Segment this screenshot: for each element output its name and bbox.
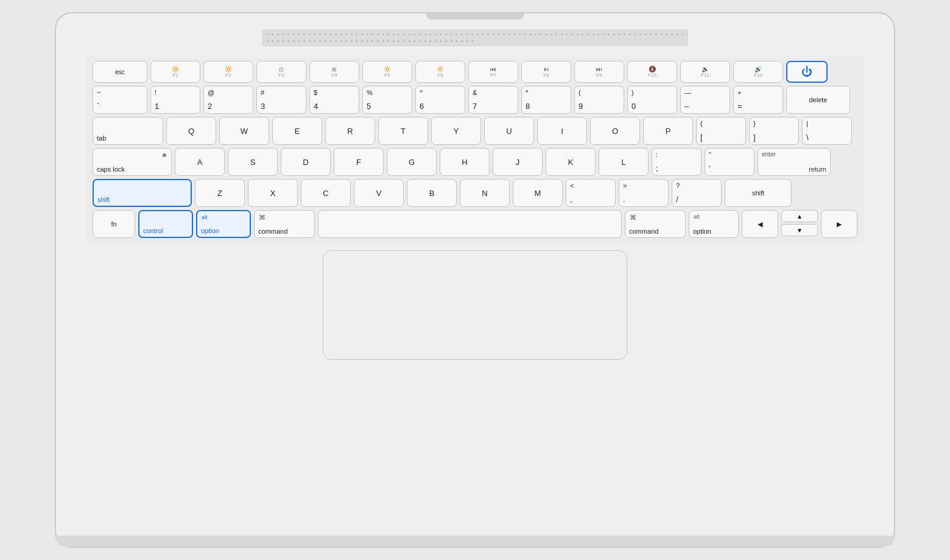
key-j[interactable]: J xyxy=(493,148,543,176)
key-arrow-left[interactable]: ◀ xyxy=(742,210,778,238)
key-p[interactable]: P xyxy=(643,117,693,145)
key-h[interactable]: H xyxy=(440,148,490,176)
speaker-grille: // Will be populated by JS xyxy=(262,29,688,46)
key-u[interactable]: U xyxy=(484,117,534,145)
key-c[interactable]: C xyxy=(301,179,351,207)
key-z[interactable]: Z xyxy=(195,179,245,207)
hinge-notch xyxy=(426,13,524,19)
key-d[interactable]: D xyxy=(281,148,331,176)
key-slash[interactable]: ?/ xyxy=(672,179,722,207)
key-8[interactable]: *8 xyxy=(521,86,571,114)
key-l[interactable]: L xyxy=(599,148,649,176)
key-fn[interactable]: fn xyxy=(93,210,135,238)
key-a[interactable]: A xyxy=(175,148,225,176)
laptop-body: // Will be populated by JS esc 🔆 F1 🔆 F2 xyxy=(55,12,895,548)
key-arrow-down[interactable]: ▼ xyxy=(781,224,818,236)
key-equals[interactable]: += xyxy=(733,86,783,114)
laptop-bottom-bar xyxy=(55,536,895,547)
key-minus[interactable]: —– xyxy=(680,86,730,114)
zxcv-row: shift Z X C V B N M <, >. ?/ shift xyxy=(93,179,857,207)
key-space[interactable] xyxy=(318,210,622,238)
key-period[interactable]: >. xyxy=(619,179,669,207)
modifier-row: fn control alt option ⌘ command ⌘ comman… xyxy=(93,210,857,238)
key-f2[interactable]: 🔆 F2 xyxy=(203,61,253,83)
key-backtick[interactable]: ~ ` xyxy=(93,86,147,114)
key-delete[interactable]: delete xyxy=(786,86,850,114)
key-g[interactable]: G xyxy=(387,148,437,176)
key-s[interactable]: S xyxy=(228,148,278,176)
key-option-left[interactable]: alt option xyxy=(196,210,251,238)
arrow-up-down-group: ▲ ▼ xyxy=(781,210,818,238)
key-f[interactable]: F xyxy=(334,148,384,176)
key-tab[interactable]: tab xyxy=(93,117,163,145)
qwerty-row: tab Q W E R T Y U I O P {[ }] |\ xyxy=(93,117,857,145)
power-icon: ⏻ xyxy=(801,66,812,79)
key-command-right[interactable]: ⌘ command xyxy=(625,210,686,238)
key-quote[interactable]: "' xyxy=(705,148,755,176)
key-n[interactable]: N xyxy=(460,179,510,207)
key-arrow-up[interactable]: ▲ xyxy=(781,210,818,222)
key-x[interactable]: X xyxy=(248,179,298,207)
key-f3[interactable]: ⊡ F3 xyxy=(256,61,306,83)
key-arrow-right[interactable]: ▶ xyxy=(821,210,857,238)
key-q[interactable]: Q xyxy=(166,117,216,145)
key-command-left[interactable]: ⌘ command xyxy=(254,210,315,238)
key-lbracket[interactable]: {[ xyxy=(696,117,746,145)
key-2[interactable]: @2 xyxy=(203,86,253,114)
key-f12[interactable]: 🔊 F12 xyxy=(733,61,783,83)
key-esc[interactable]: esc xyxy=(93,61,147,83)
asdf-row: caps lock A S D F G H J K L :; "' enter … xyxy=(93,148,857,176)
key-3[interactable]: #3 xyxy=(256,86,306,114)
capslock-indicator xyxy=(163,153,166,157)
num-row: ~ ` !1 @2 #3 $4 %5 ^6 &7 xyxy=(93,86,857,114)
key-r[interactable]: R xyxy=(325,117,375,145)
key-7[interactable]: &7 xyxy=(468,86,518,114)
key-capslock[interactable]: caps lock xyxy=(93,148,172,176)
key-m[interactable]: M xyxy=(513,179,563,207)
key-y[interactable]: Y xyxy=(431,117,481,145)
key-power[interactable]: ⏻ xyxy=(786,61,828,83)
key-control[interactable]: control xyxy=(138,210,193,238)
key-f8[interactable]: ⏯ F8 xyxy=(521,61,571,83)
key-f11[interactable]: 🔉 F11 xyxy=(680,61,730,83)
key-semicolon[interactable]: :; xyxy=(652,148,702,176)
keyboard: esc 🔆 F1 🔆 F2 ⊡ F3 xyxy=(85,55,865,244)
key-9[interactable]: (9 xyxy=(574,86,624,114)
key-1[interactable]: !1 xyxy=(150,86,200,114)
key-comma[interactable]: <, xyxy=(566,179,616,207)
key-esc-label: esc xyxy=(115,69,125,75)
key-b[interactable]: B xyxy=(407,179,457,207)
key-f6[interactable]: 🔅 F6 xyxy=(415,61,465,83)
key-k[interactable]: K xyxy=(546,148,596,176)
key-f1[interactable]: 🔆 F1 xyxy=(150,61,200,83)
key-f10[interactable]: 🔇 F10 xyxy=(627,61,677,83)
key-f4[interactable]: ⊞ F4 xyxy=(309,61,359,83)
key-rbracket[interactable]: }] xyxy=(749,117,799,145)
key-v[interactable]: V xyxy=(354,179,404,207)
key-5[interactable]: %5 xyxy=(362,86,412,114)
key-w[interactable]: W xyxy=(219,117,269,145)
key-0[interactable]: )0 xyxy=(627,86,677,114)
key-o[interactable]: O xyxy=(590,117,640,145)
key-4[interactable]: $4 xyxy=(309,86,359,114)
key-shift-right[interactable]: shift xyxy=(725,179,792,207)
key-t[interactable]: T xyxy=(378,117,428,145)
key-i[interactable]: I xyxy=(537,117,587,145)
key-f7[interactable]: ⏮ F7 xyxy=(468,61,518,83)
key-f5[interactable]: 🔅 F5 xyxy=(362,61,412,83)
key-enter[interactable]: enter return xyxy=(758,148,831,176)
key-backslash[interactable]: |\ xyxy=(802,117,852,145)
trackpad[interactable] xyxy=(323,250,627,360)
key-e[interactable]: E xyxy=(272,117,322,145)
fn-row: esc 🔆 F1 🔆 F2 ⊡ F3 xyxy=(93,61,857,83)
key-f9[interactable]: ⏭ F9 xyxy=(574,61,624,83)
key-6[interactable]: ^6 xyxy=(415,86,465,114)
trackpad-area xyxy=(323,250,627,360)
key-shift-left[interactable]: shift xyxy=(93,179,192,207)
key-option-right[interactable]: alt option xyxy=(689,210,739,238)
